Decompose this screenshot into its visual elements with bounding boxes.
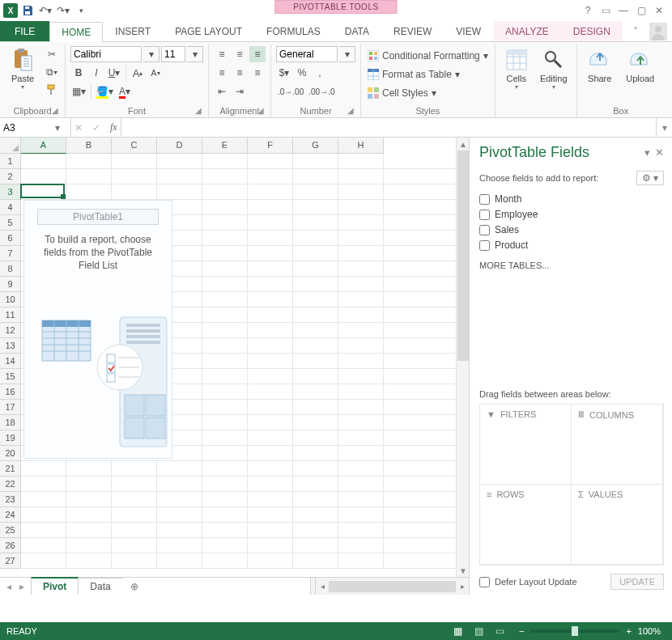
area-rows[interactable]: ≡ROWS <box>479 484 572 565</box>
editing-button[interactable]: Editing ▾ <box>536 46 572 92</box>
zoom-slider[interactable] <box>530 629 619 633</box>
row-header[interactable]: 19 <box>0 430 21 446</box>
align-right-icon[interactable]: ≡ <box>249 65 266 81</box>
tab-page-layout[interactable]: PAGE LAYOUT <box>163 21 254 41</box>
increase-indent-icon[interactable]: ⇥ <box>232 83 248 100</box>
share-button[interactable]: Share <box>582 46 618 85</box>
decrease-decimal-icon[interactable]: .00→.0 <box>307 83 336 100</box>
row-header[interactable]: 1 <box>0 154 21 169</box>
row-header[interactable]: 4 <box>0 200 21 215</box>
field-item[interactable]: Sales <box>479 224 664 235</box>
field-item[interactable]: Employee <box>479 209 664 220</box>
align-bottom-icon[interactable]: ≡ <box>249 46 266 62</box>
ribbon-display-options-icon[interactable]: ▭ <box>598 2 614 19</box>
row-header[interactable]: 20 <box>0 446 21 461</box>
row-header[interactable]: 3 <box>0 184 21 200</box>
format-as-table-button[interactable]: Format as Table▾ <box>366 66 461 83</box>
sheet-nav[interactable]: ◂ ▸ <box>0 578 31 595</box>
sheet-next-icon[interactable]: ▸ <box>19 581 24 592</box>
scroll-left-icon[interactable]: ◂ <box>316 580 329 593</box>
bold-icon[interactable]: B <box>70 65 87 81</box>
borders-icon[interactable]: ▦▾ <box>70 83 87 100</box>
field-item[interactable]: Product <box>479 239 664 251</box>
scroll-up-icon[interactable]: ▲ <box>457 138 469 150</box>
row-header[interactable]: 6 <box>0 231 21 246</box>
copy-icon[interactable]: ⧉▾ <box>44 64 60 80</box>
font-size-dropdown-icon[interactable]: ▾ <box>187 46 203 62</box>
row-header[interactable]: 27 <box>0 553 21 569</box>
number-format-select[interactable] <box>276 46 338 62</box>
align-center-icon[interactable]: ≡ <box>232 65 248 81</box>
tab-formulas[interactable]: FORMULAS <box>254 21 333 41</box>
update-button[interactable]: UPDATE <box>610 574 664 590</box>
scroll-right-icon[interactable]: ▸ <box>456 580 469 593</box>
row-header[interactable]: 26 <box>0 538 21 553</box>
area-values[interactable]: ΣVALUES <box>571 484 663 565</box>
fx-icon[interactable]: fx <box>110 121 117 134</box>
tab-analyze[interactable]: ANALYZE <box>493 21 561 41</box>
field-item[interactable]: Month <box>479 193 664 205</box>
align-left-icon[interactable]: ≡ <box>214 65 230 81</box>
column-header[interactable]: G <box>293 138 338 154</box>
account-icon[interactable] <box>644 21 672 41</box>
view-page-break-icon[interactable]: ▭ <box>491 625 509 638</box>
cut-icon[interactable]: ✂ <box>44 46 60 62</box>
conditional-formatting-button[interactable]: Conditional Formatting▾ <box>366 48 490 64</box>
upload-button[interactable]: Upload <box>621 46 660 85</box>
task-pane-close-icon[interactable]: ✕ <box>655 146 664 159</box>
name-box-dropdown-icon[interactable]: ▾ <box>50 122 65 134</box>
active-cell[interactable] <box>20 184 65 198</box>
row-header[interactable]: 13 <box>0 338 21 354</box>
tab-insert[interactable]: INSERT <box>103 21 163 41</box>
collapse-ribbon-icon[interactable]: ˄ <box>627 21 644 41</box>
font-color-icon[interactable]: A▾ <box>117 83 133 100</box>
underline-icon[interactable]: U▾ <box>106 65 122 81</box>
select-all-corner[interactable] <box>0 138 21 154</box>
row-header[interactable]: 10 <box>0 292 21 307</box>
minimize-icon[interactable]: — <box>615 2 632 19</box>
font-name-dropdown-icon[interactable]: ▾ <box>143 46 159 62</box>
expand-formula-bar-icon[interactable]: ▾ <box>656 118 672 137</box>
zoom-in-icon[interactable]: + <box>626 626 631 636</box>
dialog-launcher-icon[interactable]: ◢ <box>50 106 60 116</box>
help-icon[interactable]: ? <box>580 2 596 19</box>
row-header[interactable]: 25 <box>0 523 21 538</box>
zoom-out-icon[interactable]: − <box>519 626 524 636</box>
scroll-thumb[interactable] <box>457 150 469 361</box>
comma-format-icon[interactable]: , <box>312 65 328 81</box>
row-header[interactable]: 7 <box>0 246 21 261</box>
vertical-scrollbar[interactable]: ▲ ▼ <box>456 138 469 577</box>
defer-layout-checkbox[interactable]: Defer Layout Update <box>479 577 577 587</box>
row-header[interactable]: 12 <box>0 323 21 338</box>
tab-view[interactable]: VIEW <box>444 21 493 41</box>
row-header[interactable]: 2 <box>0 169 21 184</box>
sheet-prev-icon[interactable]: ◂ <box>6 581 11 592</box>
view-page-layout-icon[interactable]: ▤ <box>470 625 488 638</box>
name-box-input[interactable] <box>0 122 50 134</box>
accounting-format-icon[interactable]: $▾ <box>276 65 292 81</box>
paste-button[interactable]: Paste ▾ <box>5 46 40 92</box>
tab-review[interactable]: REVIEW <box>381 21 444 41</box>
increase-decimal-icon[interactable]: .0→.00 <box>276 83 305 100</box>
enter-formula-icon[interactable]: ✓ <box>92 122 100 134</box>
italic-icon[interactable]: I <box>88 65 104 81</box>
tab-file[interactable]: FILE <box>0 21 49 41</box>
fill-color-icon[interactable]: 🪣▾ <box>95 83 115 100</box>
sheet-tab[interactable]: Data <box>78 578 122 595</box>
row-header[interactable]: 11 <box>0 307 21 323</box>
qat-customize-icon[interactable]: ▾ <box>73 2 89 19</box>
cells-area[interactable]: PivotTable1 To build a report, choose fi… <box>21 154 456 569</box>
row-header[interactable]: 16 <box>0 384 21 400</box>
column-header[interactable]: C <box>112 138 157 154</box>
row-header[interactable]: 8 <box>0 261 21 277</box>
row-header[interactable]: 14 <box>0 354 21 369</box>
decrease-indent-icon[interactable]: ⇤ <box>214 83 230 100</box>
column-header[interactable]: F <box>248 138 293 154</box>
row-header[interactable]: 15 <box>0 369 21 384</box>
view-normal-icon[interactable]: ▦ <box>449 625 467 638</box>
row-header[interactable]: 22 <box>0 477 21 492</box>
redo-icon[interactable]: ↷▾ <box>55 2 71 19</box>
fields-tools-button[interactable]: ⚙ ▾ <box>636 171 664 185</box>
horizontal-scrollbar[interactable]: ◂ ▸ <box>310 578 469 595</box>
pivottable-placeholder[interactable]: PivotTable1 To build a report, choose fi… <box>23 200 172 459</box>
